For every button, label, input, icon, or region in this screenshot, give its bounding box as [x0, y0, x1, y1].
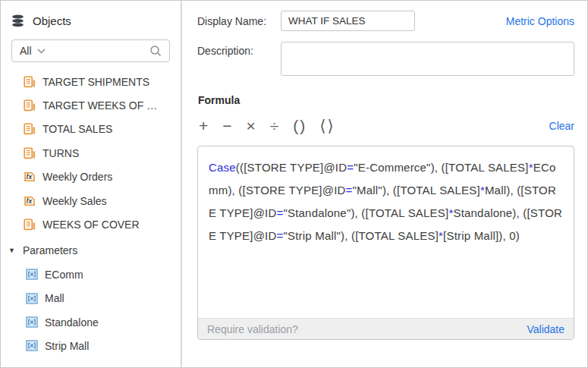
list-item-label: Weekly Sales: [42, 195, 107, 207]
angle-brackets-button[interactable]: ⟨⟩: [319, 118, 335, 134]
parameter-icon: [26, 269, 38, 280]
list-item-target-weeks-of[interactable]: TARGET WEEKS OF …: [1, 93, 181, 117]
multiply-operator-button[interactable]: ×: [247, 118, 257, 134]
plus-operator-button[interactable]: +: [199, 118, 209, 134]
parentheses-button[interactable]: (): [293, 118, 307, 134]
formula-editor-input[interactable]: Case(([STORE TYPE]@ID="E-Commerce"), ([T…: [198, 146, 574, 318]
metric-icon: [24, 219, 36, 231]
list-item-weekly-sales[interactable]: fx Weekly Sales: [1, 189, 181, 212]
display-name-label: Display Name:: [197, 15, 281, 27]
list-item-strip-mall[interactable]: Strip Mall: [1, 334, 181, 357]
formula-heading: Formula: [198, 94, 574, 106]
list-item-mall[interactable]: Mall: [1, 287, 181, 310]
metric-editor-window: Objects All TARGET SHI: [0, 0, 588, 368]
metric-options-link[interactable]: Metric Options: [506, 15, 574, 27]
list-item-target-shipments[interactable]: TARGET SHIPMENTS: [1, 70, 181, 93]
objects-panel-title: Objects: [33, 14, 71, 27]
parameter-icon: [26, 293, 38, 304]
collapse-triangle-icon[interactable]: ▼: [8, 247, 15, 254]
list-item-label: Strip Mall: [45, 340, 89, 352]
list-item-label: EComm: [45, 269, 83, 281]
svg-text:fx: fx: [27, 197, 33, 205]
metric-icon: [24, 99, 36, 112]
formula-footer-bar: Require validation? Validate: [198, 318, 574, 339]
parameter-icon: [26, 340, 38, 351]
objects-panel-header: Objects: [1, 1, 181, 39]
list-item-label: TURNS: [42, 147, 79, 159]
list-item-weekly-orders[interactable]: fx Weekly Orders: [1, 165, 181, 189]
description-textarea[interactable]: [281, 42, 574, 76]
list-item-label: TOTAL SALES: [42, 123, 112, 135]
minus-operator-button[interactable]: −: [222, 118, 233, 134]
list-item-label: Weekly Orders: [42, 171, 112, 183]
search-icon: [149, 45, 162, 57]
parameter-icon: [26, 316, 38, 328]
clear-formula-link[interactable]: Clear: [549, 120, 574, 132]
filter-selected-label: All: [20, 45, 32, 57]
list-item-label: Mall: [45, 292, 64, 304]
layers-icon: [11, 14, 25, 27]
formula-box: Case(([STORE TYPE]@ID="E-Commerce"), ([T…: [197, 146, 574, 340]
description-row: Description:: [197, 42, 574, 76]
chevron-down-icon: [37, 49, 46, 54]
list-item-label: TARGET SHIPMENTS: [42, 76, 149, 88]
list-item-label: Standalone: [45, 316, 99, 329]
list-item-ecomm[interactable]: EComm: [1, 263, 181, 286]
function-fx-icon: fx: [24, 195, 36, 207]
metric-icon: [24, 123, 36, 135]
list-item-standalone[interactable]: Standalone: [1, 310, 181, 334]
divide-operator-button[interactable]: ÷: [270, 118, 281, 134]
parameters-group-label: Parameters: [23, 244, 77, 256]
object-list: TARGET SHIPMENTS TARGET WEEKS OF … TOTAL…: [1, 70, 181, 358]
svg-text:fx: fx: [27, 174, 33, 181]
metric-icon: [24, 76, 36, 88]
object-type-filter-dropdown[interactable]: All: [20, 45, 46, 57]
list-item-turns[interactable]: TURNS: [1, 141, 181, 165]
display-name-row: Display Name: Metric Options: [197, 11, 574, 31]
display-name-input[interactable]: [281, 11, 415, 31]
object-search-box[interactable]: All: [11, 39, 170, 62]
objects-panel: Objects All TARGET SHI: [1, 1, 182, 367]
validate-link[interactable]: Validate: [527, 323, 564, 335]
list-item-weeks-of-cover[interactable]: WEEKS OF COVER: [1, 212, 181, 236]
list-item-total-sales[interactable]: TOTAL SALES: [1, 118, 181, 141]
metric-editor-panel: Display Name: Metric Options Description…: [184, 1, 587, 367]
metric-icon: [24, 147, 36, 159]
list-item-label: TARGET WEEKS OF …: [42, 99, 157, 112]
list-item-label: WEEKS OF COVER: [42, 219, 140, 231]
parameters-group-header[interactable]: ▼ Parameters: [1, 239, 181, 263]
require-validation-placeholder: Require validation?: [207, 323, 298, 335]
description-label: Description:: [197, 42, 281, 57]
formula-operator-toolbar: + − × ÷ () ⟨⟩ Clear: [199, 115, 574, 137]
function-fx-icon: fx: [24, 171, 36, 183]
